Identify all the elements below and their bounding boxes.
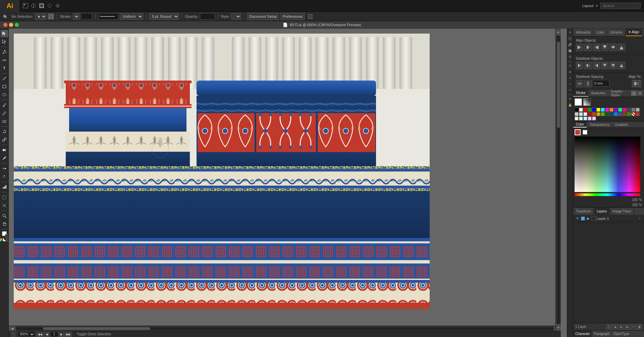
swatch-striped-red[interactable] [631, 112, 635, 116]
dist-center-v-btn[interactable] [609, 62, 617, 69]
navigate-icon[interactable]: ◈ [568, 69, 573, 75]
swatch-red[interactable] [583, 108, 587, 112]
libraries-icon[interactable]: 📚 [568, 48, 573, 53]
layer-lock-toggle[interactable]: ○ [637, 216, 642, 221]
swatch-yellow[interactable] [596, 108, 600, 112]
swatch-blue[interactable] [592, 108, 596, 112]
scale-tool[interactable] [1, 136, 8, 143]
align-top-btn[interactable] [601, 44, 608, 51]
artboard-tool[interactable] [1, 194, 8, 201]
vertical-scrollbar[interactable]: ▲ ▼ [555, 29, 561, 331]
swatch-navy[interactable] [609, 112, 613, 116]
tab-swatches[interactable]: Swatches [588, 90, 608, 97]
swatch-blush[interactable] [592, 116, 596, 121]
horizontal-scrollbar[interactable]: ◀ ▶ [9, 326, 561, 331]
transform-icon[interactable]: ⊡ [568, 63, 573, 68]
v-scrollbar-thumb[interactable] [557, 42, 560, 128]
swatch-baby-blue[interactable] [583, 116, 587, 121]
stroke-type-selector[interactable]: Uniform [120, 13, 143, 20]
maximize-button[interactable] [15, 23, 19, 27]
swatch-mint[interactable] [579, 116, 583, 121]
brushes-icon[interactable]: ✏ [568, 87, 573, 93]
swatch-cream[interactable] [575, 116, 579, 121]
swatch-pink[interactable] [623, 108, 627, 112]
tab-image-trace[interactable]: Image Trace [610, 208, 634, 215]
info-icon[interactable]: ℹ [568, 75, 573, 81]
align-left-btn[interactable] [576, 44, 583, 51]
stroke-color-box[interactable] [575, 98, 582, 106]
swatch-sky-blue[interactable] [614, 112, 618, 116]
tab-align[interactable]: ✦ Align [626, 29, 642, 36]
swatch-black[interactable] [575, 108, 579, 112]
type-tool[interactable]: T [1, 64, 8, 72]
prev-page-btn[interactable]: ◀ [44, 332, 49, 337]
rotate-tool[interactable] [1, 128, 8, 135]
document-setup-button[interactable]: Document Setup [247, 13, 279, 20]
tab-character[interactable]: Character [573, 331, 592, 337]
swatch-mid-gray[interactable] [631, 108, 635, 112]
layer-visibility-toggle[interactable]: 👁 [575, 216, 580, 221]
swatch-lime[interactable] [627, 112, 631, 116]
rect-tool[interactable] [1, 83, 8, 90]
tab-stroke[interactable]: Stroke [573, 90, 588, 97]
select-tool[interactable] [1, 30, 8, 37]
align-icon[interactable]: ⊞ [568, 54, 573, 59]
h-scrollbar-thumb[interactable] [43, 327, 150, 330]
zoom-tool[interactable] [1, 212, 8, 220]
swatch-purple[interactable] [614, 108, 618, 112]
list-view-btn[interactable] [631, 91, 637, 96]
secondary-color-box[interactable] [583, 130, 587, 135]
fill-box[interactable] [2, 231, 7, 236]
links-icon[interactable]: 🔗 [568, 42, 573, 47]
tab-transform[interactable]: Transform [573, 208, 594, 215]
blend-tool[interactable] [1, 165, 8, 172]
tab-transparency[interactable]: Transparency [587, 122, 612, 128]
swatch-teal[interactable] [618, 108, 622, 112]
swatch-gold[interactable] [596, 112, 600, 116]
v-spacing-btn[interactable] [584, 80, 592, 87]
search-input[interactable] [600, 3, 641, 9]
align-center-v-btn[interactable] [609, 44, 617, 51]
swatch-brown[interactable] [623, 112, 627, 116]
stroke-weight-adjust[interactable]: ↑↓ [73, 13, 79, 20]
dist-left-btn[interactable] [576, 62, 583, 69]
swatch-lighter-gray[interactable] [579, 112, 583, 116]
fill-swatch[interactable] [48, 13, 54, 19]
hand-tool[interactable] [1, 220, 8, 228]
swatch-lavender[interactable] [588, 116, 592, 121]
hue-slider[interactable] [575, 193, 640, 196]
layer-row-1[interactable]: 👁 ▶ Layer 1 ○ [573, 215, 644, 222]
fill-stroke-selector[interactable]: ■ [35, 13, 47, 20]
dist-right-btn[interactable] [593, 62, 600, 69]
color-spectrum[interactable] [575, 137, 640, 192]
swatch-silver[interactable] [575, 112, 579, 116]
swatch-orange[interactable] [609, 108, 613, 112]
dist-bottom-btn[interactable] [618, 62, 625, 69]
swatch-tomato[interactable] [636, 112, 640, 116]
bw-mode-button[interactable] [3, 238, 6, 241]
next-page-btn[interactable]: ▶ [59, 332, 64, 337]
last-page-btn[interactable]: ▶▶ [65, 332, 72, 337]
pen-tool[interactable] [1, 48, 8, 56]
swatch-white[interactable] [579, 108, 583, 112]
tab-gradient[interactable]: Gradient [612, 122, 631, 128]
swatch-olive[interactable] [601, 112, 605, 116]
scroll-up-btn[interactable]: ▲ [556, 29, 561, 35]
tab-graphic-styles[interactable]: Graphic Styles [608, 90, 631, 97]
fill-color-box[interactable] [583, 98, 591, 106]
close-button[interactable] [3, 23, 7, 27]
eraser-tool[interactable] [1, 117, 8, 125]
h-spacing-btn[interactable] [576, 80, 583, 87]
tab-paragraph[interactable]: Paragraph [592, 331, 612, 337]
new-layer-btn[interactable]: + [631, 324, 636, 330]
collect-in-new-layer-btn[interactable]: ⊕ [619, 324, 624, 330]
swatch-green[interactable] [588, 108, 592, 112]
swatch-near-white[interactable] [583, 112, 587, 116]
tab-color[interactable]: Color [573, 122, 587, 128]
artboards-icon[interactable]: ⬛ [568, 36, 573, 41]
tab-artboards[interactable]: Artboards [573, 29, 593, 36]
scroll-left-btn[interactable]: ◀ [9, 326, 15, 331]
symbol-sprayer-tool[interactable] [1, 173, 8, 180]
minimize-button[interactable] [9, 23, 13, 27]
gradient-tool[interactable] [1, 146, 8, 154]
